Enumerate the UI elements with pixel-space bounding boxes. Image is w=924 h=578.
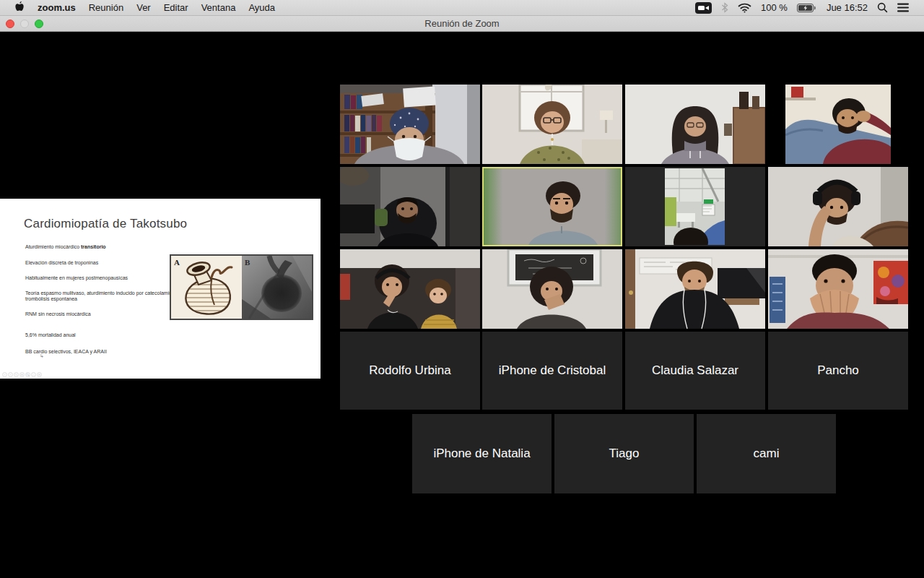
pen-icon: ✎ bbox=[14, 372, 19, 377]
menu-ayuda[interactable]: Ayuda bbox=[248, 2, 275, 13]
video-tile-r3c3[interactable] bbox=[625, 249, 765, 329]
slide-bullet-1: Aturdimiento miocárdico transitorio bbox=[25, 244, 106, 250]
menu-ventana[interactable]: Ventana bbox=[201, 2, 236, 13]
menu-app-name[interactable]: zoom.us bbox=[38, 2, 76, 13]
menu-ver[interactable]: Ver bbox=[136, 2, 151, 13]
zoom-camera-status-icon[interactable] bbox=[695, 2, 712, 14]
participant-name: Pancho bbox=[817, 363, 859, 378]
audio-tile-rodolfo-urbina[interactable]: Rodolfo Urbina bbox=[340, 332, 480, 410]
video-tile-r3c4[interactable] bbox=[768, 249, 908, 329]
menu-reunion[interactable]: Reunión bbox=[89, 2, 123, 13]
video-tile-r2c1[interactable] bbox=[340, 167, 480, 246]
options-icon: ⊖ bbox=[37, 372, 42, 377]
audio-tile-iphone-de-cristobal[interactable]: iPhone de Cristobal bbox=[482, 332, 622, 410]
spotlight-search-icon[interactable] bbox=[877, 2, 888, 13]
apple-menu-icon[interactable] bbox=[14, 1, 25, 14]
slide-bullet-3: Habitualmente en mujeres postmenopausica… bbox=[25, 275, 128, 281]
menu-editar[interactable]: Editar bbox=[164, 2, 188, 13]
slide-bullet-4: Teoría espasmo mulitvaso, aturdimiento i… bbox=[25, 290, 184, 302]
slide-caret: ↳ bbox=[40, 353, 44, 359]
svg-text:A: A bbox=[174, 258, 180, 267]
battery-icon[interactable] bbox=[797, 4, 816, 12]
video-tile-r3c2[interactable] bbox=[482, 249, 622, 329]
more-icon: … bbox=[31, 372, 36, 377]
participant-name: Claudia Salazar bbox=[652, 363, 738, 378]
video-tile-r2c2-active-speaker[interactable] bbox=[482, 167, 622, 246]
audio-tile-iphone-de-natalia[interactable]: iPhone de Natalia bbox=[412, 414, 552, 493]
video-tile-r2c4[interactable] bbox=[768, 167, 908, 246]
video-tile-r1c4[interactable] bbox=[785, 85, 891, 164]
window-title: Reunión de Zoom bbox=[0, 16, 924, 32]
slide-figure-takotsubo: A bbox=[170, 254, 313, 320]
window-title-bar: Reunión de Zoom bbox=[0, 16, 924, 32]
all-slides-icon: ⊞ bbox=[19, 372, 25, 377]
presenter-toolbar: ‹ › ✎ ⊞ 🔍 … ⊖ bbox=[2, 372, 42, 377]
video-tile-r2c3[interactable] bbox=[625, 167, 765, 246]
participant-name: cami bbox=[754, 447, 780, 461]
battery-percentage: 100 % bbox=[761, 2, 788, 13]
notification-center-icon[interactable] bbox=[897, 3, 910, 12]
participant-name: iPhone de Natalia bbox=[433, 447, 530, 461]
bluetooth-icon[interactable] bbox=[721, 2, 728, 13]
menu-bar: zoom.us Reunión Ver Editar Ventana Ayuda bbox=[0, 0, 924, 16]
wifi-icon[interactable] bbox=[738, 3, 751, 13]
video-tile-r1c1[interactable] bbox=[340, 85, 480, 164]
menu-clock[interactable]: Jue 16:52 bbox=[827, 2, 868, 13]
audio-tile-tiago[interactable]: Tiago bbox=[554, 414, 694, 493]
video-tile-r3c1[interactable] bbox=[340, 249, 480, 329]
slide-bullet-7: BB cardio selectivos, IEACA y ARAII bbox=[25, 349, 107, 355]
figure-panel-b-angiogram: B bbox=[242, 256, 312, 319]
prev-slide-icon: ‹ bbox=[2, 372, 7, 377]
slide-bullet-2: Elevación discreta de troponinas bbox=[25, 260, 98, 266]
zoom-slide-icon: 🔍 bbox=[25, 372, 30, 377]
svg-text:B: B bbox=[245, 258, 250, 267]
audio-tile-cami[interactable]: cami bbox=[697, 414, 836, 493]
video-tile-r1c3[interactable] bbox=[625, 85, 765, 164]
participant-name: Rodolfo Urbina bbox=[369, 363, 450, 378]
slide-bullet-5: RNM sin necrosis miocárdica bbox=[25, 311, 91, 317]
participant-name: iPhone de Cristobal bbox=[499, 363, 606, 378]
audio-tile-pancho[interactable]: Pancho bbox=[768, 332, 908, 410]
slide-bullet-6: 5,6% mortalidad anual bbox=[25, 332, 76, 338]
figure-panel-a-drawing: A bbox=[171, 256, 242, 319]
slide-title: Cardiomiopatía de Takotsubo bbox=[24, 217, 187, 231]
participant-name: Tiago bbox=[609, 447, 640, 461]
video-tile-r1c2[interactable] bbox=[482, 85, 622, 164]
shared-screen-slide: Cardiomiopatía de Takotsubo Aturdimiento… bbox=[0, 199, 321, 379]
next-slide-icon: › bbox=[8, 372, 13, 377]
audio-tile-claudia-salazar[interactable]: Claudia Salazar bbox=[625, 332, 765, 410]
